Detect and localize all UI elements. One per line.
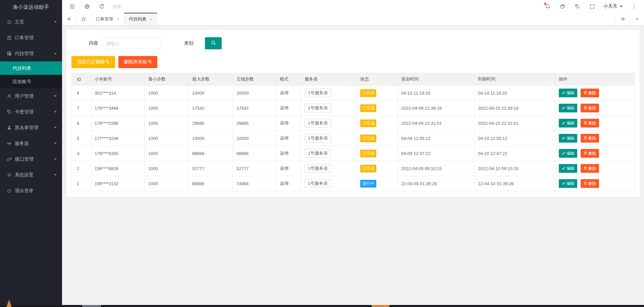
sidebar-item-orders[interactable]: 订单管理 <box>0 30 62 46</box>
tab-daigua-list[interactable]: 代挂列表 × <box>124 13 157 25</box>
refresh-button[interactable] <box>94 0 109 13</box>
scroll-tabs-right-button[interactable] <box>615 13 630 25</box>
edit-button[interactable]: 编辑 <box>559 104 577 112</box>
cell-max-steps: 88888 <box>189 176 233 191</box>
taskbar-strip <box>0 305 644 307</box>
cell-added-time: 04-13 11:19:33 <box>398 86 475 101</box>
cell-account: 177****3236 <box>91 131 145 146</box>
search-button[interactable] <box>205 37 222 49</box>
search-input[interactable] <box>112 4 167 9</box>
topbar: 小天天 <box>62 0 644 13</box>
cell-min-steps: 1000 <box>145 131 189 146</box>
tab-home-button[interactable] <box>76 13 91 25</box>
tag-button[interactable] <box>570 0 585 13</box>
sidebar-item-logout[interactable]: 退出登录 <box>0 183 62 199</box>
close-icon[interactable]: × <box>150 17 152 21</box>
delete-button[interactable]: 删除 <box>581 149 599 158</box>
delete-button[interactable]: 删除 <box>581 89 599 97</box>
delete-button[interactable]: 删除 <box>581 104 599 112</box>
cell-cloud-steps: 52777 <box>233 161 276 176</box>
server-select[interactable]: 1号服务器 <box>305 134 331 143</box>
cell-status: 已完成 <box>357 131 398 146</box>
server-select[interactable]: 1号服务器 <box>305 89 331 97</box>
edit-button[interactable]: 编辑 <box>559 89 577 97</box>
sidebar-item-home[interactable]: 主页 <box>0 14 62 30</box>
cell-id: 7 <box>72 101 91 116</box>
status-badge: 已完成 <box>360 150 376 157</box>
delete-label: 删除 <box>588 181 596 187</box>
close-icon[interactable]: × <box>116 17 119 21</box>
accounts-table: ID 小米账号 最小步数 最大步数 云端步数 模式 服务器 状态 添加时间 到期… <box>71 73 635 191</box>
cell-mode: 递增 <box>276 116 301 131</box>
collapse-sidebar-button[interactable] <box>65 0 79 13</box>
sidebar-item-card-keys[interactable]: 卡密管理 <box>0 104 62 120</box>
server-select[interactable]: 1号服务器 <box>305 164 331 173</box>
cell-id: 8 <box>72 86 91 101</box>
cell-account: 301****314 <box>91 86 145 101</box>
more-menu-button[interactable] <box>627 0 641 13</box>
sidebar-item-users[interactable]: 用户管理 <box>0 88 62 104</box>
edit-button[interactable]: 编辑 <box>559 149 577 158</box>
user-menu[interactable]: 小天天 <box>599 3 627 9</box>
cell-server: 1号服务器 <box>301 131 357 146</box>
sidebar-item-daigua-list[interactable]: 代挂列表 <box>0 61 62 75</box>
cell-expire-time: 2022-04-10 09:10:15 <box>475 161 555 176</box>
taskbar-segment <box>82 305 101 307</box>
sidebar-item-blacklist[interactable]: 黑名单管理 <box>0 120 62 136</box>
chevron-down-icon <box>54 95 57 97</box>
server-select[interactable]: 1号服务器 <box>305 119 331 127</box>
cell-min-steps: 1000 <box>145 176 189 191</box>
delete-button[interactable]: 删除 <box>581 119 599 127</box>
sidebar-item-label: 退出登录 <box>15 188 57 194</box>
chevron-down-icon <box>620 6 623 7</box>
clear-expired-button[interactable]: 清除已过期账号 <box>71 56 115 68</box>
edit-label: 编辑 <box>567 136 575 141</box>
cell-id: 3 <box>72 146 91 161</box>
theme-palette-button[interactable] <box>555 0 570 13</box>
sidebar-item-daigua[interactable]: 代挂管理 <box>0 46 62 61</box>
col-header-added: 添加时间 <box>398 73 475 86</box>
col-header-status: 状态 <box>357 73 398 86</box>
fullscreen-button[interactable] <box>585 0 599 13</box>
tab-order-management[interactable]: 订单管理 × <box>91 13 124 25</box>
username: 小天天 <box>603 3 618 9</box>
col-header-expire: 到期时间 <box>475 73 555 86</box>
scroll-tabs-left-button[interactable] <box>62 13 76 25</box>
sidebar-item-add-account[interactable]: 添加账号 <box>0 75 62 88</box>
server-select[interactable]: 1号服务器 <box>305 149 331 158</box>
cell-status: 已完成 <box>357 161 398 176</box>
notifications-bell-button[interactable] <box>540 0 555 13</box>
tabs-menu-button[interactable] <box>630 13 644 25</box>
server-icon <box>6 141 12 146</box>
delete-all-button[interactable]: 删除所有账号 <box>118 56 157 68</box>
edit-label: 编辑 <box>567 151 575 156</box>
sidebar-item-api[interactable]: 接口管理 <box>0 151 62 167</box>
cell-min-steps: 1000 <box>145 86 189 101</box>
globe-button[interactable] <box>79 0 94 13</box>
cell-id: 1 <box>72 176 91 191</box>
delete-button[interactable]: 删除 <box>581 179 599 188</box>
server-select[interactable]: 1号服务器 <box>305 104 331 112</box>
server-select[interactable]: 1号服务器 <box>305 179 331 188</box>
delete-label: 删除 <box>588 151 596 156</box>
sidebar-item-settings[interactable]: 系统设置 <box>0 167 62 183</box>
content-input[interactable] <box>103 38 161 49</box>
cell-actions: 编辑 删除 <box>555 146 635 161</box>
cell-server: 1号服务器 <box>301 161 357 176</box>
edit-button[interactable]: 编辑 <box>559 179 577 188</box>
check-icon <box>561 106 566 111</box>
edit-button[interactable]: 编辑 <box>559 164 577 173</box>
delete-button[interactable]: 删除 <box>581 134 599 143</box>
sidebar-item-servers[interactable]: 服务器 <box>0 136 62 151</box>
chevron-down-icon <box>54 127 57 129</box>
cell-actions: 编辑 删除 <box>555 101 635 116</box>
notification-dot <box>544 3 546 5</box>
delete-button[interactable]: 删除 <box>581 164 599 173</box>
tab-label: 订单管理 <box>96 16 113 22</box>
cell-expire-time: 2022-04-10 22:39:18 <box>475 101 555 116</box>
edit-button[interactable]: 编辑 <box>559 134 577 143</box>
cell-server: 1号服务器 <box>301 86 357 101</box>
edit-button[interactable]: 编辑 <box>559 119 577 127</box>
content-area: 内容 类别 清除已过期账号 删除所有账号 <box>62 25 644 307</box>
col-header-cloud-steps: 云端步数 <box>233 73 276 86</box>
